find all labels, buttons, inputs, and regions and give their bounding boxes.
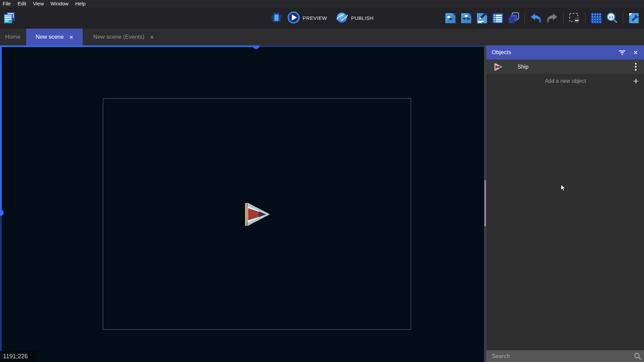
add-object-label: Add a new object — [486, 78, 633, 84]
publish-globe-icon — [335, 11, 348, 25]
horizontal-scrollbar[interactable] — [0, 45, 259, 47]
menu-file[interactable]: File — [0, 0, 14, 7]
menu-window[interactable]: Window — [47, 0, 72, 7]
page-cube-icon[interactable] — [444, 12, 456, 24]
tab-label: New scene — [36, 34, 64, 40]
editor-tab-bar: Home New scene ✕ New scene (Events) ✕ — [0, 29, 644, 45]
vertical-scrollbar[interactable] — [0, 213, 2, 362]
vertical-scrollbar-thumb[interactable] — [0, 209, 4, 216]
toolbar-center-group: PREVIEW PUBLISH — [271, 7, 374, 29]
plus-icon: + — [633, 76, 639, 86]
publish-label: PUBLISH — [351, 15, 373, 21]
object-row-ship[interactable]: Ship — [486, 60, 644, 74]
vertical-scrollbar[interactable] — [0, 45, 2, 213]
tab-new-scene-events[interactable]: New scene (Events) ✕ — [85, 29, 163, 45]
search-input[interactable] — [486, 350, 631, 362]
redo-icon[interactable] — [546, 12, 559, 24]
setup-wrench-icon[interactable] — [628, 12, 640, 24]
play-icon — [287, 11, 300, 25]
close-panel-icon[interactable]: ✕ — [630, 47, 641, 58]
tab-label: Home — [5, 34, 20, 40]
mouse-cursor — [561, 184, 566, 192]
toolbar-separator — [585, 12, 586, 24]
toolbar-separator — [524, 12, 525, 24]
deselect-icon[interactable] — [568, 12, 580, 24]
undo-icon[interactable] — [529, 12, 542, 24]
layers-icon[interactable] — [508, 12, 520, 24]
filter-icon[interactable] — [616, 47, 628, 58]
objects-panel-title: Objects — [492, 49, 616, 56]
object-name-label: Ship — [518, 64, 635, 70]
project-manager-icon — [3, 11, 16, 26]
objects-panel: Objects ✕ Ship Add a new object + — [486, 45, 644, 362]
menu-view[interactable]: View — [30, 0, 47, 7]
grid-icon[interactable] — [590, 12, 602, 24]
toolbar-separator — [623, 12, 623, 24]
horizontal-scrollbar[interactable] — [259, 45, 484, 47]
cursor-coordinates-status: 1191;226 — [0, 351, 38, 362]
tab-label: New scene (Events) — [93, 34, 145, 40]
objects-panel-header: Objects ✕ — [486, 45, 644, 60]
zoom-level-label: 1:1 — [609, 15, 613, 19]
tab-close-icon[interactable]: ✕ — [69, 35, 74, 40]
preview-label: PREVIEW — [303, 15, 327, 21]
toolbar-separator — [563, 12, 564, 24]
debug-button[interactable] — [271, 11, 283, 25]
scene-editor-canvas[interactable]: 1191;226 — [0, 45, 484, 362]
preview-button[interactable]: PREVIEW — [287, 11, 327, 25]
menu-help[interactable]: Help — [72, 0, 89, 7]
objects-panel-empty-area — [486, 88, 644, 350]
tab-new-scene[interactable]: New scene ✕ — [26, 29, 83, 45]
page-pencil-icon[interactable] — [476, 12, 488, 24]
main-toolbar: PREVIEW PUBLISH — [0, 7, 644, 29]
publish-button[interactable]: PUBLISH — [335, 11, 373, 25]
tab-close-icon[interactable]: ✕ — [150, 35, 154, 40]
instances-list-icon[interactable] — [492, 12, 504, 24]
ship-sprite-instance[interactable] — [243, 200, 270, 229]
search-icon[interactable] — [631, 353, 644, 360]
toolbar-right-group: 1:1 — [444, 7, 640, 29]
ship-thumbnail-icon — [493, 62, 503, 72]
debug-bug-icon — [271, 11, 283, 25]
object-search-bar — [486, 350, 644, 362]
project-manager-button[interactable] — [3, 11, 16, 26]
menu-bar: File Edit View Window Help — [0, 0, 644, 7]
panel-splitter-handle[interactable] — [484, 180, 486, 226]
page-cubes-icon[interactable] — [460, 12, 472, 24]
object-menu-icon[interactable] — [635, 63, 637, 71]
zoom-1-1-icon[interactable]: 1:1 — [606, 12, 618, 24]
gdevelop-window: File Edit View Window Help — [0, 0, 644, 362]
menu-edit[interactable]: Edit — [14, 0, 30, 7]
horizontal-scrollbar-thumb[interactable] — [253, 45, 259, 49]
tab-home[interactable]: Home — [0, 29, 26, 45]
add-object-button[interactable]: Add a new object + — [486, 74, 644, 88]
